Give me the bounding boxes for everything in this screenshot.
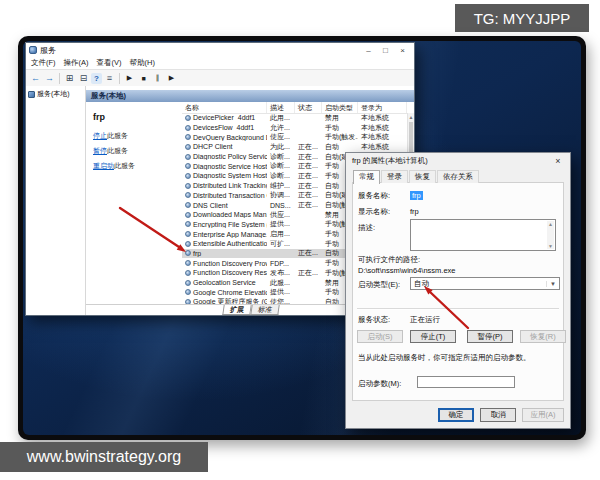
- service-name-cell: Function Discovery Provi...: [182, 260, 267, 267]
- service-desc-cell: 诊断...: [267, 161, 295, 171]
- desktop-wallpaper: 服务 –□× 文件(F)操作(A)查看(V)帮助(H) ←→⊞⊟?≡▶■∥▶ 服…: [23, 41, 581, 435]
- column-header-3[interactable]: 启动类型: [322, 102, 358, 113]
- service-gear-icon: [185, 270, 191, 276]
- cancel-button[interactable]: 取消: [480, 408, 516, 422]
- chevron-down-icon: ▼: [546, 281, 559, 287]
- forward-icon[interactable]: →: [43, 72, 56, 84]
- menu-item-0[interactable]: 文件(F): [31, 58, 56, 68]
- pane-header-label: 服务(本地): [91, 91, 126, 101]
- service-gear-icon: [185, 241, 191, 247]
- column-header-1[interactable]: 描述: [267, 102, 295, 113]
- tab-dependencies[interactable]: 依存关系: [437, 170, 479, 183]
- service-row[interactable]: DevicePicker_4ddf1此用...禁用本地系统: [182, 113, 407, 123]
- service-startup-cell: 自动: [322, 142, 358, 152]
- toolbar-separator-2: [59, 73, 60, 84]
- dialog-close-icon[interactable]: ×: [546, 153, 570, 168]
- service-logon-cell: 本地系统: [358, 132, 407, 142]
- pause-service-link[interactable]: 暂停: [93, 147, 107, 154]
- service-gear-icon: [185, 231, 191, 237]
- service-desc-cell: FDP...: [267, 260, 295, 267]
- tg-badge-text: TG: MYYJJPP: [474, 10, 571, 27]
- description-field[interactable]: ▲▼: [410, 219, 556, 251]
- frp-properties-dialog: frp 的属性(本地计算机) × 常规登录恢复依存关系 服务名称: frp 显示…: [345, 152, 571, 429]
- restart-service-link[interactable]: 重启动: [93, 162, 114, 169]
- window-controls: –□×: [360, 44, 411, 56]
- service-logon-cell: 本地系统: [358, 123, 407, 133]
- service-gear-icon: [185, 144, 191, 150]
- menu-item-1[interactable]: 操作(A): [64, 58, 89, 68]
- watermark: www.bwinstrategy.org: [0, 442, 208, 472]
- service-gear-icon: [185, 115, 191, 121]
- back-icon[interactable]: ←: [29, 72, 42, 84]
- exe-path-label: 可执行文件的路径:: [358, 255, 420, 265]
- menu-bar: 文件(F)操作(A)查看(V)帮助(H): [26, 57, 414, 70]
- service-gear-icon: [185, 250, 191, 256]
- service-name-cell: Downloaded Maps Man...: [182, 211, 267, 218]
- column-header-2[interactable]: 状态: [295, 102, 322, 113]
- ok-button[interactable]: 确定: [438, 408, 474, 422]
- tab-recovery[interactable]: 恢复: [409, 170, 436, 183]
- apply-button: 应用(A): [522, 408, 564, 422]
- service-startup-cell: 禁用: [322, 113, 358, 123]
- services-titlebar[interactable]: 服务 –□×: [26, 43, 414, 57]
- service-row[interactable]: DevQuery Background D...使应...手动(触发...本地系…: [182, 132, 407, 142]
- service-status-cell: 正在...: [295, 190, 322, 200]
- service-desc-cell: 协调...: [267, 190, 295, 200]
- service-name-cell: Geolocation Service: [182, 279, 267, 286]
- menu-item-2[interactable]: 查看(V): [97, 58, 122, 68]
- service-name-cell: Diagnostic System Host: [182, 172, 267, 179]
- selected-service-name: frp: [93, 112, 178, 122]
- service-status-label: 服务状态:: [358, 315, 390, 325]
- start-service-icon[interactable]: ▶: [123, 72, 136, 84]
- tab-standard[interactable]: 标准: [250, 305, 279, 315]
- tree-item-services-local[interactable]: 服务(本地): [26, 88, 85, 100]
- startup-type-select[interactable]: 自动 ▼: [410, 277, 560, 290]
- startup-type-value: 自动: [414, 279, 429, 289]
- restart-service-link-row: 重启动此服务: [93, 161, 178, 171]
- stop-service-icon[interactable]: ■: [137, 72, 150, 84]
- service-gear-icon: [185, 134, 191, 140]
- maximize-button[interactable]: □: [377, 44, 394, 56]
- scroll-up-icon[interactable]: ▲: [408, 113, 414, 121]
- service-row[interactable]: DevicesFlow_4ddf1允许...手动本地系统: [182, 123, 407, 133]
- export-list-icon[interactable]: ⊟: [77, 72, 90, 84]
- tab-logon[interactable]: 登录: [381, 170, 408, 183]
- stop-button[interactable]: 停止(T): [410, 330, 456, 343]
- help-icon[interactable]: ?: [91, 73, 102, 84]
- column-header-0[interactable]: 名称: [182, 102, 267, 113]
- service-gear-icon: [185, 163, 191, 169]
- minimize-button[interactable]: –: [360, 44, 377, 56]
- service-desc-cell: 使应...: [267, 132, 295, 142]
- console-tree-pane: 服务(本地): [26, 86, 86, 315]
- service-name-text: Enterprise App Manage...: [193, 231, 267, 238]
- console-tree-icon[interactable]: ⊞: [63, 72, 76, 84]
- service-status-cell: 正在...: [295, 200, 322, 210]
- menu-item-3[interactable]: 帮助(H): [130, 58, 155, 68]
- service-gear-icon: [185, 125, 191, 131]
- service-name-text: Geolocation Service: [193, 279, 256, 286]
- start-params-hint: 当从此处启动服务时，你可指定所适用的启动参数。: [358, 353, 531, 363]
- service-name-label: 服务名称:: [358, 191, 390, 201]
- column-header-4[interactable]: 登录为: [358, 102, 407, 113]
- stop-service-link[interactable]: 停止: [93, 132, 107, 139]
- service-desc-cell: 使您...: [267, 297, 295, 304]
- general-tab-page: 服务名称: frp 显示名称: frp 描述: ▲▼ 可执行文件的路径: D:\…: [352, 182, 564, 401]
- service-gear-icon: [185, 192, 191, 198]
- textarea-scroll-icons[interactable]: ▲▼: [547, 221, 554, 249]
- service-row[interactable]: DHCP Client为此...正在...自动本地系统: [182, 142, 407, 152]
- service-desc-cell: 允许...: [267, 123, 295, 133]
- pause-button[interactable]: 暂停(P): [467, 330, 513, 343]
- service-name-cell: DevQuery Background D...: [182, 134, 267, 141]
- close-button[interactable]: ×: [394, 44, 411, 56]
- service-info-panel: frp 停止此服务暂停此服务重启动此服务: [86, 102, 182, 304]
- service-name-cell: Distributed Transaction C...: [182, 192, 267, 199]
- display-name-value: frp: [410, 207, 419, 216]
- exe-path-value: D:\soft\nssm\win64\nssm.exe: [358, 266, 456, 275]
- dialog-titlebar[interactable]: frp 的属性(本地计算机) ×: [346, 153, 570, 168]
- start-params-input[interactable]: [417, 376, 515, 388]
- restart-service-icon[interactable]: ▶: [165, 72, 178, 84]
- pause-service-icon[interactable]: ∥: [151, 72, 164, 84]
- tab-general[interactable]: 常规: [353, 170, 380, 184]
- tab-extended[interactable]: 扩展: [222, 305, 251, 315]
- properties-icon[interactable]: ≡: [103, 72, 116, 84]
